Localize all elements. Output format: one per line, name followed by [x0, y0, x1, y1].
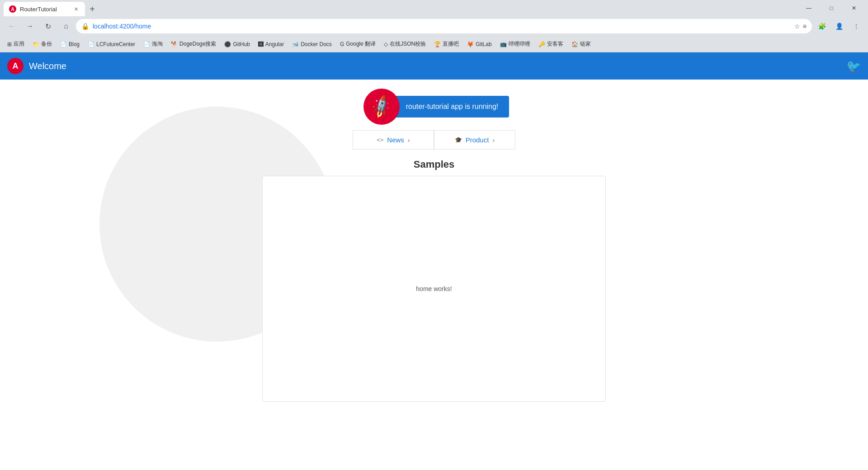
angular-bm-icon: 🅰	[258, 41, 264, 47]
new-tab-button[interactable]: +	[85, 2, 99, 16]
rocket-icon: 🚀	[368, 94, 395, 120]
apps-icon: ⊞	[7, 41, 12, 47]
rocket-circle: 🚀	[363, 89, 400, 125]
samples-section: Samples home works!	[262, 159, 606, 402]
back-button[interactable]: ←	[4, 18, 20, 34]
bookmark-lianjia[interactable]: 🏠 链家	[568, 38, 594, 50]
angular-logo: A	[7, 58, 24, 74]
bookmark-github[interactable]: ⚫ GitHub	[221, 39, 253, 49]
bookmark-dogedoge-label: DogeDoge搜索	[179, 40, 216, 48]
reload-button[interactable]: ↻	[40, 18, 56, 34]
hero-section: 🚀 router-tutorial app is running!	[359, 89, 509, 125]
bookmark-angular[interactable]: 🅰 Angular	[255, 39, 288, 49]
bookmark-angular-label: Angular	[265, 41, 284, 47]
bookmark-json-label: 在线JSON校验	[390, 40, 426, 48]
app-content: A Welcome 🐦 🚀 router-tutorial app is run…	[0, 52, 868, 470]
gitlab-icon: 🦊	[467, 41, 474, 47]
lcfuture-icon: 📄	[88, 41, 94, 47]
bookmark-star-icon[interactable]: ☆	[794, 23, 800, 30]
reading-mode-icon[interactable]: ≡	[803, 23, 807, 30]
twitter-icon[interactable]: 🐦	[846, 59, 861, 73]
bookmark-lcfuture[interactable]: 📄 LCFutureCenter	[84, 39, 139, 49]
bookmark-blog[interactable]: 📄 Blog	[57, 39, 83, 49]
app-title: Welcome	[29, 61, 66, 71]
bookmark-backup[interactable]: 📁 备份	[29, 38, 56, 50]
window-controls: — □ ✕	[798, 1, 864, 15]
zhibo-icon: 🏆	[434, 41, 441, 47]
bookmark-docker[interactable]: 🐋 Docker Docs	[288, 39, 335, 49]
forward-button[interactable]: →	[22, 18, 38, 34]
google-translate-icon: G	[340, 41, 344, 47]
nav-link-product[interactable]: 🎓 Product ›	[434, 130, 515, 150]
bookmark-gitlab[interactable]: 🦊 GitLab	[463, 39, 495, 49]
home-works-text: home works!	[416, 285, 452, 292]
angular-logo-text: A	[13, 61, 19, 71]
bookmark-lianjia-label: 链家	[580, 40, 591, 48]
docker-icon: 🐋	[292, 41, 299, 47]
bookmark-anke[interactable]: 🔑 安客客	[535, 38, 567, 50]
bookmark-haitao-label: 海淘	[152, 40, 163, 48]
tab-title: RouterTutorial	[20, 6, 69, 13]
bookmark-anke-label: 安客客	[547, 40, 563, 48]
bookmark-zhibo[interactable]: 🏆 直播吧	[430, 38, 462, 50]
bookmark-zhibo-label: 直播吧	[443, 40, 459, 48]
minimize-button[interactable]: —	[798, 1, 819, 15]
bookmarks-bar: ⊞ 应用 📁 备份 📄 Blog 📄 LCFutureCenter 📄 海淘 🐕…	[0, 36, 868, 52]
bookmark-backup-label: 备份	[41, 40, 52, 48]
samples-title: Samples	[262, 159, 606, 170]
address-icons: ☆ ≡	[794, 23, 807, 30]
maximize-button[interactable]: □	[821, 1, 842, 15]
nav-links: <> News › 🎓 Product ›	[353, 130, 515, 150]
address-bar: ← → ↻ ⌂ 🔒 localhost:4200/home ☆ ≡ 🧩 👤 ⋮	[0, 16, 868, 36]
bookmark-bilibili-label: 哔哩哔哩	[509, 40, 530, 48]
bookmark-google-translate[interactable]: G Google 翻译	[336, 38, 379, 50]
extensions-icon[interactable]: 🧩	[814, 18, 830, 34]
bookmark-blog-label: Blog	[69, 41, 80, 47]
home-button[interactable]: ⌂	[58, 18, 74, 34]
blog-icon: 📄	[60, 41, 67, 47]
dogedoge-icon: 🐕	[171, 41, 178, 47]
anke-icon: 🔑	[538, 41, 545, 47]
bookmark-apps[interactable]: ⊞ 应用	[4, 38, 28, 50]
bilibili-icon: 📺	[500, 41, 507, 47]
tab-favicon: A	[9, 5, 16, 13]
json-icon: ◇	[384, 41, 388, 47]
news-link-text: News	[387, 136, 404, 144]
product-link-text: Product	[466, 136, 489, 144]
news-chevron-icon: ›	[408, 136, 410, 144]
github-icon: ⚫	[224, 41, 231, 47]
haitao-icon: 📄	[143, 41, 150, 47]
active-tab[interactable]: A RouterTutorial ✕	[4, 2, 85, 16]
title-bar: A RouterTutorial ✕ + — □ ✕	[0, 0, 868, 16]
address-input-wrap[interactable]: 🔒 localhost:4200/home ☆ ≡	[76, 19, 812, 33]
banner-text: router-tutorial app is running!	[406, 103, 499, 111]
bookmark-gitlab-label: GitLab	[476, 41, 491, 47]
toolbar-icons: 🧩 👤 ⋮	[814, 18, 864, 34]
bookmark-apps-label: 应用	[14, 40, 24, 48]
bookmark-google-translate-label: Google 翻译	[346, 40, 376, 48]
bookmark-dogedoge[interactable]: 🐕 DogeDoge搜索	[167, 38, 220, 50]
main-content: 🚀 router-tutorial app is running! <> New…	[0, 80, 868, 470]
address-text: localhost:4200/home	[93, 23, 791, 30]
lianjia-icon: 🏠	[571, 41, 578, 47]
tab-bar: A RouterTutorial ✕ +	[4, 0, 99, 16]
bookmark-github-label: GitHub	[233, 41, 250, 47]
bookmark-bilibili[interactable]: 📺 哔哩哔哩	[496, 38, 534, 50]
profile-icon[interactable]: 👤	[831, 18, 847, 34]
close-button[interactable]: ✕	[844, 1, 864, 15]
code-icon: <>	[377, 136, 383, 143]
samples-content: home works!	[262, 176, 606, 402]
product-chevron-icon: ›	[492, 136, 495, 144]
app-running-banner: router-tutorial app is running!	[395, 96, 509, 118]
app-logo: A Welcome	[7, 58, 66, 74]
browser-chrome: A RouterTutorial ✕ + — □ ✕ ← → ↻ ⌂ 🔒 loc…	[0, 0, 868, 52]
lock-icon: 🔒	[81, 23, 89, 30]
folder-icon: 📁	[33, 41, 39, 47]
menu-icon[interactable]: ⋮	[848, 18, 864, 34]
bookmark-json[interactable]: ◇ 在线JSON校验	[380, 38, 429, 50]
bookmark-docker-label: Docker Docs	[301, 41, 332, 47]
bookmark-haitao[interactable]: 📄 海淘	[140, 38, 166, 50]
tab-close-button[interactable]: ✕	[72, 5, 80, 13]
mortarboard-icon: 🎓	[455, 136, 462, 143]
nav-link-news[interactable]: <> News ›	[353, 130, 434, 150]
